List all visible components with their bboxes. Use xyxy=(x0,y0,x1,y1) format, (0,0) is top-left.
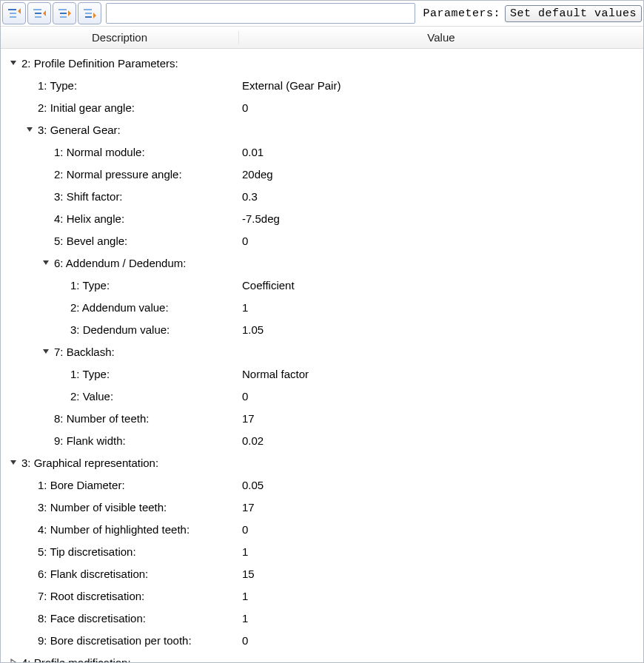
row-label: 2: Initial gear angle: xyxy=(35,101,135,114)
row-label: 1: Type: xyxy=(67,279,110,292)
tree-row[interactable]: 7: Backlash: xyxy=(4,340,643,363)
search-input[interactable] xyxy=(106,3,415,24)
row-value[interactable]: 20deg xyxy=(242,168,643,181)
collapse-icon[interactable] xyxy=(8,58,19,68)
svg-rect-11 xyxy=(85,16,92,18)
toolbar: Parameters: Set default values xyxy=(1,1,643,27)
tree-row[interactable]: 4: Profile modification: xyxy=(4,651,643,663)
row-value[interactable]: 0.01 xyxy=(242,146,643,158)
expand-all-button[interactable] xyxy=(78,2,101,24)
svg-rect-10 xyxy=(85,13,92,14)
row-value[interactable]: 17 xyxy=(242,501,643,514)
tree-row[interactable]: 3: General Gear: xyxy=(4,118,643,141)
tree-row[interactable]: 4: Number of highlighted teeth:0 xyxy=(4,518,643,540)
svg-rect-1 xyxy=(10,13,16,14)
tree-row[interactable]: 1: Type:Coefficient xyxy=(4,274,643,296)
row-label: 2: Profile Definition Parameters: xyxy=(19,57,178,70)
row-value[interactable]: 0 xyxy=(242,390,643,403)
tree-row[interactable]: 9: Flank width:0.02 xyxy=(4,429,643,451)
row-label: 6: Addendum / Dedendum: xyxy=(51,257,186,269)
tree-row[interactable]: 2: Initial gear angle:0 xyxy=(4,96,643,118)
list-next-icon xyxy=(57,7,72,20)
svg-rect-2 xyxy=(10,16,16,18)
svg-rect-3 xyxy=(33,9,41,10)
row-label: 9: Flank width: xyxy=(51,434,126,447)
row-value[interactable]: 0 xyxy=(242,523,643,536)
header-description[interactable]: Description xyxy=(1,31,239,44)
tree-row[interactable]: 6: Addendum / Dedendum: xyxy=(4,252,643,274)
row-value[interactable]: 1 xyxy=(242,545,643,558)
row-value[interactable]: Normal factor xyxy=(242,368,643,380)
row-label: 2: Normal pressure angle: xyxy=(51,168,182,181)
tree-row[interactable]: 3: Graphical representation: xyxy=(4,451,643,474)
row-label: 3: Number of visible teeth: xyxy=(35,501,167,514)
tree-row[interactable]: 3: Shift factor:0.3 xyxy=(4,185,643,207)
prev-item-button[interactable] xyxy=(27,2,51,24)
collapse-all-button[interactable] xyxy=(2,2,26,24)
collapse-icon[interactable] xyxy=(24,124,35,135)
tree-row[interactable]: 2: Addendum value:1 xyxy=(4,296,643,318)
row-value[interactable]: 0 xyxy=(242,634,643,647)
svg-rect-6 xyxy=(58,9,67,10)
next-item-button[interactable] xyxy=(53,2,76,24)
tree-row[interactable]: 2: Profile Definition Parameters: xyxy=(4,52,643,74)
svg-rect-5 xyxy=(35,16,41,18)
tree-row[interactable]: 5: Bevel angle:0 xyxy=(4,229,643,252)
collapse-icon[interactable] xyxy=(41,258,51,268)
row-label: 4: Helix angle: xyxy=(51,212,124,225)
header-value[interactable]: Value xyxy=(239,31,643,44)
expand-icon[interactable] xyxy=(8,657,19,663)
row-label: 1: Normal module: xyxy=(51,146,145,158)
row-label: 8: Face discretisation: xyxy=(35,612,146,625)
row-value[interactable]: 0.3 xyxy=(242,190,643,203)
row-label: 9: Bore discretisation per tooth: xyxy=(35,634,192,647)
row-value[interactable]: 15 xyxy=(242,568,643,580)
row-label: 7: Backlash: xyxy=(51,346,115,358)
row-label: 3: General Gear: xyxy=(35,124,121,136)
row-value[interactable]: 0 xyxy=(242,101,643,114)
tree-row[interactable]: 1: Bore Diameter:0.05 xyxy=(4,474,643,496)
parameters-label: Parameters: xyxy=(420,7,503,20)
parameter-tree[interactable]: 2: Profile Definition Parameters:1: Type… xyxy=(1,49,643,663)
tree-row[interactable]: 8: Number of teeth:17 xyxy=(4,407,643,429)
row-value[interactable]: 0 xyxy=(242,235,643,247)
svg-rect-4 xyxy=(35,13,41,14)
tree-row[interactable]: 2: Value:0 xyxy=(4,385,643,407)
tree-row[interactable]: 9: Bore discretisation per tooth:0 xyxy=(4,629,643,651)
list-first-icon xyxy=(7,7,21,20)
tree-row[interactable]: 2: Normal pressure angle:20deg xyxy=(4,163,643,185)
row-value[interactable]: 1 xyxy=(242,590,643,602)
row-label: 5: Bevel angle: xyxy=(51,235,127,247)
row-value[interactable]: -7.5deg xyxy=(242,212,643,225)
svg-rect-9 xyxy=(84,9,92,10)
tree-row[interactable]: 7: Root discretisation:1 xyxy=(4,585,643,607)
row-label: 3: Graphical representation: xyxy=(19,457,158,469)
tree-row[interactable]: 6: Flank discretisation:15 xyxy=(4,562,643,585)
row-label: 8: Number of teeth: xyxy=(51,412,149,425)
tree-row[interactable]: 3: Dedendum value:1.05 xyxy=(4,318,643,340)
row-value[interactable]: External (Gear Pair) xyxy=(242,79,643,92)
row-value[interactable]: 1 xyxy=(242,612,643,625)
row-value[interactable]: 17 xyxy=(242,412,643,425)
parameter-panel: Parameters: Set default values Descripti… xyxy=(0,0,644,663)
tree-row[interactable]: 1: Normal module:0.01 xyxy=(4,141,643,163)
collapse-icon[interactable] xyxy=(8,457,19,468)
svg-rect-7 xyxy=(60,13,67,14)
row-value[interactable]: Coefficient xyxy=(242,279,643,292)
tree-row[interactable]: 3: Number of visible teeth:17 xyxy=(4,496,643,518)
tree-row[interactable]: 1: Type:External (Gear Pair) xyxy=(4,74,643,96)
tree-row[interactable]: 5: Tip discretisation:1 xyxy=(4,540,643,562)
row-label: 1: Type: xyxy=(35,79,77,92)
row-value[interactable]: 0.05 xyxy=(242,479,643,491)
row-value[interactable]: 1.05 xyxy=(242,323,643,336)
tree-row[interactable]: 8: Face discretisation:1 xyxy=(4,607,643,629)
collapse-icon[interactable] xyxy=(41,346,51,357)
set-defaults-button[interactable]: Set default values xyxy=(505,5,642,22)
list-prev-icon xyxy=(32,7,47,20)
tree-row[interactable]: 4: Helix angle:-7.5deg xyxy=(4,207,643,229)
tree-row[interactable]: 1: Type:Normal factor xyxy=(4,363,643,385)
row-value[interactable]: 1 xyxy=(242,301,643,314)
row-value[interactable]: 0.02 xyxy=(242,434,643,447)
row-label: 7: Root discretisation: xyxy=(35,590,144,602)
row-label: 4: Profile modification: xyxy=(19,656,131,664)
